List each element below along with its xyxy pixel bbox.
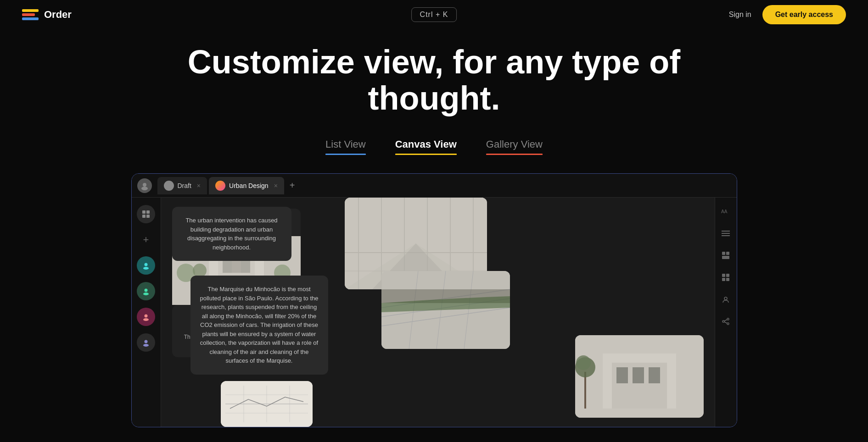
hero-title: Customize view, for any type of thought.	[159, 44, 710, 116]
svg-rect-62	[726, 274, 729, 277]
svg-point-1	[141, 187, 148, 190]
svg-rect-6	[146, 210, 150, 214]
nav-center: Ctrl + K	[411, 7, 457, 22]
svg-rect-59	[726, 252, 729, 255]
svg-point-9	[145, 263, 148, 266]
logo-bar-bot	[22, 17, 39, 20]
svg-rect-63	[722, 278, 725, 281]
hero-section: Customize view, for any type of thought.…	[0, 29, 868, 442]
nav-right: Sign in Get early access	[729, 5, 846, 24]
tab-list-view[interactable]: List View	[325, 138, 366, 155]
svg-rect-64	[726, 278, 729, 281]
sidebar-avatar-pink[interactable]	[137, 308, 155, 326]
svg-rect-7	[142, 215, 146, 218]
toolbar-share[interactable]	[719, 315, 732, 328]
sidebar-avatar-teal[interactable]	[137, 256, 155, 275]
get-early-access-button[interactable]: Get early access	[762, 5, 846, 24]
window-tabs-bar: Draft × Urban Design × +	[132, 174, 737, 198]
tab-gallery-view[interactable]: Gallery View	[486, 138, 543, 155]
svg-point-15	[145, 340, 148, 343]
text-note-1: The urban intervention has caused buildi…	[172, 207, 291, 261]
urban-tab-close[interactable]: ×	[274, 182, 278, 189]
svg-rect-8	[146, 215, 150, 218]
svg-rect-58	[722, 252, 725, 255]
toolbar-list[interactable]	[719, 227, 732, 240]
svg-rect-32	[223, 259, 232, 273]
sidebar-add-item[interactable]: +	[137, 231, 155, 249]
view-tabs: List View Canvas View Gallery View	[0, 138, 868, 155]
svg-point-13	[145, 315, 148, 318]
svg-rect-61	[722, 274, 725, 277]
text-note-2: The Marquise du Minhocão is the most pol…	[190, 276, 328, 375]
arch-perspective-card	[381, 271, 510, 349]
tab-canvas-view[interactable]: Canvas View	[395, 138, 457, 155]
window-tab-urban[interactable]: Urban Design ×	[209, 177, 284, 194]
toolbar-user[interactable]	[719, 293, 732, 306]
nav-left: Order	[22, 6, 72, 23]
svg-point-68	[727, 323, 729, 325]
sign-in-button[interactable]: Sign in	[729, 11, 751, 19]
svg-rect-4	[167, 185, 170, 186]
svg-point-16	[143, 344, 149, 347]
window-content: + The urban intervention has caus	[132, 198, 737, 427]
svg-rect-49	[633, 367, 644, 383]
svg-rect-5	[142, 210, 146, 214]
window-tab-draft[interactable]: Draft ×	[157, 177, 207, 194]
svg-rect-60	[722, 256, 729, 259]
svg-rect-48	[616, 367, 628, 383]
svg-rect-50	[649, 367, 660, 383]
avatar	[137, 178, 152, 193]
svg-point-67	[722, 320, 724, 322]
svg-point-14	[143, 318, 149, 321]
svg-text:AA: AA	[721, 209, 728, 214]
sidebar-grid-item[interactable]	[137, 205, 155, 223]
svg-point-66	[727, 318, 729, 320]
sketch-card	[221, 381, 313, 427]
navbar: Order Ctrl + K Sign in Get early access	[0, 0, 868, 29]
canvas-area: The urban intervention has caused buildi…	[161, 198, 715, 427]
svg-point-12	[143, 293, 149, 295]
svg-point-65	[724, 297, 727, 300]
draft-tab-icon	[164, 181, 174, 191]
add-tab-button[interactable]: +	[290, 180, 295, 191]
urban-tab-icon	[215, 181, 225, 191]
toolbar-layout[interactable]	[719, 249, 732, 262]
app-window: Draft × Urban Design × +	[131, 173, 737, 427]
toolbar-grid[interactable]	[719, 271, 732, 284]
svg-rect-33	[241, 259, 250, 273]
logo-bar-mid	[22, 13, 35, 16]
arch-right-card	[575, 335, 704, 418]
sidebar-avatar-mint[interactable]	[137, 282, 155, 300]
svg-line-69	[724, 320, 727, 321]
left-sidebar: +	[132, 198, 161, 427]
brand-name: Order	[44, 9, 72, 21]
svg-line-70	[724, 322, 727, 323]
logo-bar-top	[22, 9, 39, 12]
logo-icon	[22, 6, 39, 23]
right-toolbar: AA	[715, 198, 737, 427]
svg-point-10	[143, 267, 149, 270]
toolbar-text-size[interactable]: AA	[719, 205, 732, 218]
keyboard-shortcut[interactable]: Ctrl + K	[411, 7, 457, 22]
svg-rect-3	[167, 184, 171, 185]
svg-point-11	[145, 289, 148, 292]
svg-point-53	[576, 355, 591, 370]
svg-point-0	[143, 183, 146, 187]
draft-tab-close[interactable]: ×	[197, 182, 201, 189]
sidebar-avatar-dark[interactable]	[137, 333, 155, 352]
